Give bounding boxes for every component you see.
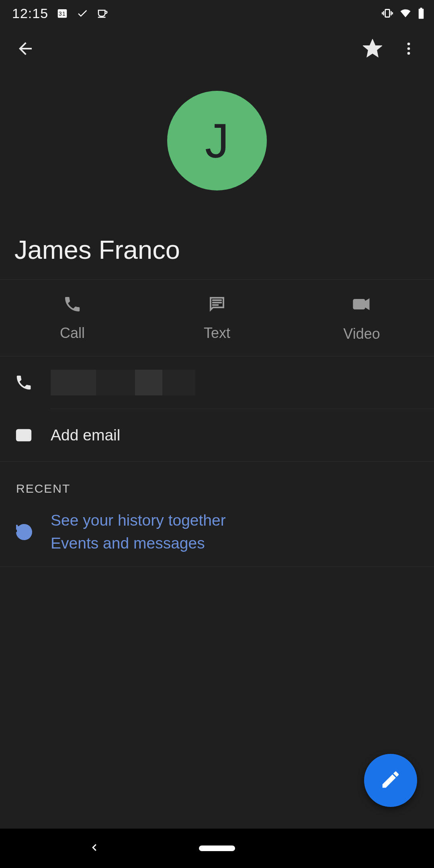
phone-row[interactable]: [0, 356, 434, 409]
svg-rect-9: [420, 8, 422, 9]
history-line1: See your history together: [51, 509, 226, 532]
wifi-icon: [399, 7, 411, 19]
recent-header: RECENT: [0, 462, 434, 503]
contact-name: James Franco: [14, 235, 420, 265]
battery-icon: [417, 7, 425, 19]
phone-icon: [63, 295, 82, 317]
email-icon: [14, 426, 51, 444]
pencil-icon: [380, 769, 401, 792]
favorite-star-button[interactable]: [354, 31, 391, 67]
svg-point-11: [407, 47, 410, 50]
edit-contact-fab[interactable]: [364, 754, 417, 807]
history-icon: [14, 522, 51, 542]
add-email-label: Add email: [51, 425, 420, 446]
svg-rect-13: [354, 300, 364, 309]
add-email-row[interactable]: Add email: [0, 409, 434, 461]
back-button[interactable]: [7, 31, 43, 67]
video-action[interactable]: Video: [289, 280, 434, 356]
svg-point-10: [407, 43, 410, 45]
svg-rect-8: [419, 9, 424, 19]
system-navbar: [0, 829, 434, 868]
action-row: Call Text Video: [0, 280, 434, 356]
text-label: Text: [204, 325, 230, 342]
svg-text:31: 31: [59, 11, 66, 17]
nav-back-button[interactable]: [88, 841, 100, 855]
calendar-icon: 31: [56, 7, 68, 19]
status-left: 12:15 31: [12, 6, 108, 21]
coffee-icon: [96, 7, 108, 19]
more-options-button[interactable]: [391, 31, 427, 67]
checkmark-icon: [76, 7, 88, 19]
video-label: Video: [343, 326, 380, 342]
svg-rect-3: [385, 10, 390, 17]
text-action[interactable]: Text: [145, 280, 289, 356]
contact-hero: J James Franco: [0, 71, 434, 280]
call-label: Call: [60, 325, 85, 342]
svg-point-12: [407, 52, 410, 55]
phone-icon: [14, 373, 51, 392]
history-line2: Events and messages: [51, 532, 226, 555]
avatar[interactable]: J: [167, 91, 267, 190]
status-right: [381, 7, 425, 20]
message-icon: [207, 295, 227, 317]
phone-number-redacted: [51, 370, 195, 395]
avatar-initial: J: [205, 113, 229, 168]
nav-home-pill[interactable]: [199, 845, 235, 851]
video-icon: [351, 294, 372, 318]
vibrate-icon: [381, 7, 394, 20]
call-action[interactable]: Call: [0, 280, 145, 356]
status-bar: 12:15 31: [0, 0, 434, 27]
app-toolbar: [0, 27, 434, 71]
history-row[interactable]: See your history together Events and mes…: [0, 503, 434, 567]
status-time: 12:15: [12, 6, 48, 21]
